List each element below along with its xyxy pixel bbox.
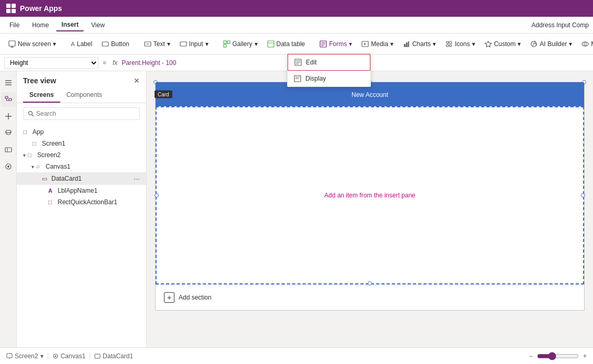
- main-layout: Tree view ✕ Screens Components □ App □ S…: [0, 71, 593, 347]
- toolbar: New screen ▾ A Label Button Text ▾ Input…: [0, 34, 593, 54]
- datacard-more-button[interactable]: ···: [134, 174, 140, 183]
- svg-rect-53: [7, 354, 12, 358]
- handle-left[interactable]: [155, 193, 159, 197]
- forms-button[interactable]: Forms ▾: [315, 38, 356, 50]
- charts-icon: [403, 40, 410, 48]
- variables-icon[interactable]: [1, 142, 16, 157]
- label-button[interactable]: A Label: [67, 38, 96, 50]
- ai-builder-icon: AI: [530, 40, 537, 48]
- forms-dropdown-menu: Edit Display: [287, 53, 371, 87]
- add-section-icon: +: [164, 292, 174, 303]
- svg-rect-20: [406, 42, 408, 47]
- text-button[interactable]: Text ▾: [140, 38, 174, 50]
- charts-button[interactable]: Charts ▾: [399, 38, 440, 50]
- canvas-status-icon: [52, 353, 59, 359]
- card-badge: Card: [155, 91, 172, 98]
- tools-icon[interactable]: [1, 159, 16, 174]
- form-body[interactable]: Add an item from the insert pane: [156, 106, 584, 284]
- hamburger-menu-icon[interactable]: [1, 75, 16, 90]
- tree-close-button[interactable]: ✕: [134, 76, 140, 85]
- menu-insert[interactable]: Insert: [56, 19, 84, 31]
- handle-right[interactable]: [581, 193, 585, 197]
- tree-panel: Tree view ✕ Screens Components □ App □ S…: [17, 71, 147, 347]
- canvas-area[interactable]: Card New Account Add an item from the in…: [147, 71, 593, 347]
- svg-rect-3: [102, 42, 108, 46]
- tree-title: Tree view: [23, 76, 56, 85]
- tree-header: Tree view ✕: [17, 71, 146, 88]
- add-icon[interactable]: [1, 109, 16, 124]
- text-icon: [144, 40, 151, 48]
- svg-point-56: [54, 355, 56, 357]
- form-canvas: Card New Account Add an item from the in…: [155, 82, 585, 311]
- svg-rect-24: [446, 45, 448, 47]
- input-icon: [180, 40, 187, 48]
- svg-rect-6: [180, 42, 186, 46]
- data-table-icon: [267, 40, 274, 48]
- custom-icon: [485, 40, 492, 48]
- mixed-reality-icon: [581, 40, 589, 48]
- status-canvas1[interactable]: Canvas1: [52, 352, 85, 360]
- tree-item-canvas1[interactable]: ▾ ○ Canvas1: [17, 161, 146, 172]
- svg-rect-57: [95, 354, 100, 358]
- data-icon[interactable]: [1, 126, 16, 140]
- search-icon: [28, 111, 34, 117]
- svg-rect-10: [268, 41, 274, 47]
- tree-search-box[interactable]: [23, 107, 140, 120]
- form-placeholder: Add an item from the insert pane: [324, 192, 415, 199]
- svg-point-50: [7, 166, 9, 168]
- tree-item-datacard1[interactable]: ▭ DataCard1 ···: [17, 172, 146, 185]
- zoom-plus-button[interactable]: +: [583, 352, 587, 360]
- data-table-button[interactable]: Data table: [263, 38, 310, 50]
- edit-form-icon: [294, 59, 302, 66]
- svg-marker-17: [364, 43, 366, 45]
- icons-button[interactable]: Icons ▾: [441, 38, 479, 50]
- tab-components[interactable]: Components: [60, 88, 108, 103]
- svg-point-22: [446, 41, 448, 43]
- menu-view[interactable]: View: [86, 19, 110, 31]
- sidebar-icons: [0, 71, 17, 347]
- tree-item-app[interactable]: □ App: [17, 126, 146, 138]
- property-selector[interactable]: Height: [4, 57, 98, 69]
- status-datacard1[interactable]: DataCard1: [94, 352, 133, 360]
- add-section-button[interactable]: + Add section: [156, 284, 584, 310]
- menu-home[interactable]: Home: [27, 19, 54, 31]
- tree-item-rectquickactionbar1[interactable]: □ RectQuickActionBar1: [17, 196, 146, 208]
- tab-screens[interactable]: Screens: [23, 88, 60, 103]
- svg-text:AI: AI: [533, 40, 537, 47]
- media-button[interactable]: Media ▾: [357, 38, 398, 50]
- media-icon: [361, 40, 369, 48]
- status-bar: Screen2 ▾ Canvas1 DataCard1 − +: [0, 347, 593, 364]
- form-title: New Account: [352, 91, 388, 98]
- zoom-minus-button[interactable]: −: [529, 352, 533, 360]
- forms-icon: [320, 40, 327, 48]
- treeview-icon[interactable]: [1, 92, 16, 107]
- input-button[interactable]: Input ▾: [175, 38, 213, 50]
- handle-bottom[interactable]: [368, 281, 372, 285]
- mixed-reality-button[interactable]: Mixed Reality ▾: [577, 38, 593, 50]
- tree-item-screen1[interactable]: □ Screen1: [17, 138, 146, 149]
- status-screen2[interactable]: Screen2 ▾: [6, 352, 43, 360]
- add-section-label: Add section: [179, 294, 212, 301]
- zoom-slider[interactable]: [537, 352, 579, 360]
- dropdown-display-item[interactable]: Display: [288, 71, 370, 86]
- svg-rect-23: [449, 41, 452, 43]
- tree-item-lblappname1[interactable]: A LblAppName1: [17, 185, 146, 196]
- menu-file[interactable]: File: [4, 19, 25, 31]
- svg-point-51: [29, 112, 32, 115]
- display-form-icon: [294, 75, 301, 82]
- fx-button[interactable]: fx: [111, 59, 119, 67]
- tree-item-screen2[interactable]: ▾ □ Screen2: [17, 149, 146, 161]
- button-button[interactable]: Button: [97, 38, 134, 50]
- svg-rect-8: [227, 41, 230, 43]
- ai-builder-button[interactable]: AI AI Builder ▾: [526, 38, 576, 50]
- title-bar: Power Apps: [0, 0, 593, 17]
- gallery-button[interactable]: Gallery ▾: [219, 38, 262, 50]
- app-logo: [6, 4, 16, 13]
- equals-sign: =: [101, 59, 108, 67]
- dropdown-edit-item[interactable]: Edit: [288, 54, 370, 71]
- address-input-text: Address Input Comp: [532, 21, 589, 29]
- status-sep-2: [90, 352, 90, 360]
- search-input[interactable]: [36, 110, 135, 117]
- new-screen-button[interactable]: New screen ▾: [4, 38, 60, 50]
- custom-button[interactable]: Custom ▾: [480, 38, 525, 50]
